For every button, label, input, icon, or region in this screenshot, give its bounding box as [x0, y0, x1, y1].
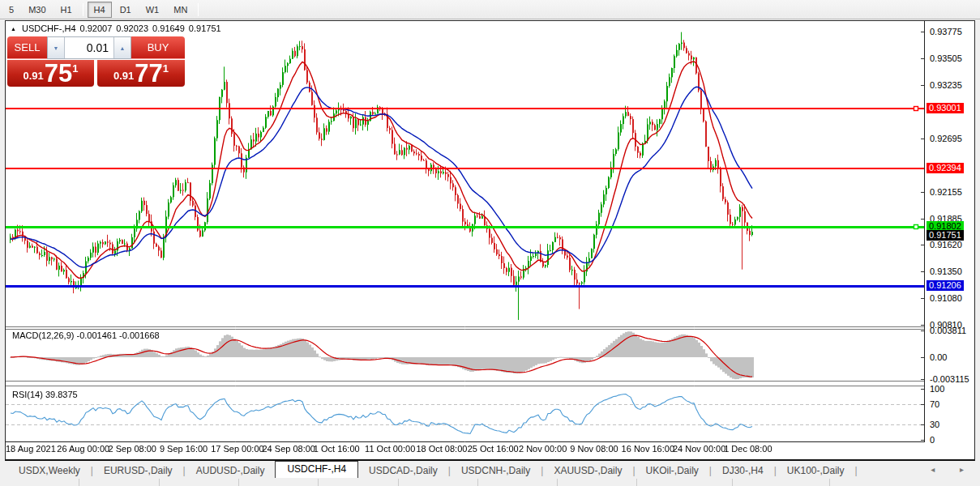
ohlc-low: 0.91649 [152, 23, 185, 33]
ohlc-close: 0.91751 [189, 23, 221, 33]
volume-stepper: ▼ 0.01 ▲ [47, 36, 131, 59]
time-tick-label: 9 Nov 08:00 [570, 444, 618, 454]
rsi-tick-label: 30 [930, 420, 939, 429]
time-tick-label: 25 Oct 16:00 [468, 444, 519, 454]
tab-ukoil-daily[interactable]: UKOil-,Daily [636, 463, 709, 478]
price-tick-label: 0.91080 [930, 293, 962, 303]
rsi-tick-label: 0 [930, 435, 935, 445]
price-tick-label: 0.92695 [930, 134, 962, 143]
status-separator [732, 479, 733, 486]
tab-usdcad-daily[interactable]: USDCAD-,Daily [358, 463, 448, 478]
sell-button[interactable]: SELL [7, 36, 47, 59]
status-separator [557, 479, 558, 486]
price-level-badge[interactable]: 0.93001 [927, 103, 964, 113]
buy-price-big: 77 [135, 62, 162, 85]
chart-tab-bar: USDX,Weekly|EURUSD-,Daily|AUDUSD-,DailyU… [0, 462, 980, 479]
price-tick-label: 0.93775 [930, 27, 962, 36]
status-separator [238, 479, 239, 486]
rsi-tick-label: 70 [930, 399, 939, 409]
price-level-badge[interactable]: 0.92394 [927, 163, 964, 173]
collapse-icon[interactable]: ▲ [11, 26, 16, 32]
timeframe-button-h1[interactable]: H1 [54, 2, 79, 18]
sell-price-display[interactable]: 0.91 75 1 [7, 60, 94, 87]
timeframe-button-d1[interactable]: D1 [113, 2, 138, 18]
status-strip [0, 479, 980, 486]
sell-price-sup: 1 [72, 62, 78, 75]
price-tick-label: 0.92155 [930, 187, 962, 197]
ohlc-open: 0.92007 [80, 23, 113, 33]
status-separator [398, 479, 399, 486]
toolbar-separator [83, 3, 83, 16]
timeframe-button-5[interactable]: 5 [2, 2, 20, 18]
time-tick-label: 16 Nov 16:00 [622, 444, 674, 454]
tab-usdcnh-daily[interactable]: USDCNH-,Daily [451, 463, 541, 478]
macd-tick-label: 0.00 [930, 352, 947, 362]
time-tick-label: 2 Nov 00:00 [519, 444, 567, 454]
chart-title-bar: ▲ USDCHF-,H4 0.92007 0.92023 0.91649 0.9… [11, 23, 221, 33]
toolbar-separator [198, 3, 199, 16]
timeframe-button-h4[interactable]: H4 [88, 2, 112, 18]
price-tick-label: 0.93505 [930, 53, 962, 63]
status-separator [829, 479, 830, 486]
status-separator [636, 479, 637, 486]
tab-uk100-daily[interactable]: UK100-,Daily [777, 463, 855, 478]
buy-price-prefix: 0.91 [113, 70, 134, 82]
volume-input[interactable]: 0.01 [65, 37, 113, 58]
tab-dj30-h4[interactable]: DJ30-,H4 [712, 463, 774, 478]
tab-eurusd-daily[interactable]: EURUSD-,Daily [93, 463, 183, 478]
tab-xauusd-daily[interactable]: XAUUSD-,Daily [543, 463, 632, 478]
tab-scroll-arrows[interactable]: ◂ ▸ [931, 465, 975, 474]
tab-separator: | [855, 465, 858, 476]
status-separator [477, 479, 478, 486]
tab-audusd-daily[interactable]: AUDUSD-,Daily [186, 463, 276, 478]
time-tick-label: 1 Oct 16:00 [314, 444, 360, 454]
macd-tick-label: -0.003115 [930, 374, 969, 384]
sell-price-big: 75 [45, 62, 72, 85]
buy-price-sup: 1 [163, 62, 169, 75]
rsi-indicator-label: RSI(14) 39.8375 [12, 390, 78, 399]
price-tick-label: 0.91620 [930, 240, 962, 249]
rsi-tick-label: 100 [930, 384, 944, 394]
volume-decrease-icon[interactable]: ▼ [48, 37, 65, 58]
time-tick-label: 2 Sep 08:00 [109, 444, 156, 454]
timeframe-button-mn[interactable]: MN [167, 2, 194, 18]
status-separator [79, 479, 79, 486]
chart-symbol-title: USDCHF-,H4 [22, 23, 76, 33]
time-tick-label: 24 Nov 00:00 [673, 444, 725, 454]
volume-increase-icon[interactable]: ▲ [113, 37, 131, 58]
price-tick-label: 0.93235 [930, 80, 962, 90]
time-tick-label: 26 Aug 00:00 [57, 444, 109, 454]
current-price-badge: 0.91751 [927, 230, 964, 241]
time-tick-label: 1 Dec 08:00 [724, 444, 772, 454]
buy-price-display[interactable]: 0.91 77 1 [97, 60, 185, 87]
time-tick-label: 18 Aug 2021 [6, 444, 56, 454]
tab-usdchf-h4[interactable]: USDCHF-,H4 [275, 461, 358, 478]
price-tick-label: 0.91350 [930, 266, 962, 276]
status-separator [318, 479, 319, 486]
timeframe-button-w1[interactable]: W1 [139, 2, 166, 18]
timeframe-toolbar: 5M30H1H4D1W1MN [0, 0, 980, 19]
time-tick-label: 24 Sep 08:00 [263, 444, 315, 454]
sell-price-prefix: 0.91 [23, 70, 43, 82]
timeframe-button-m30[interactable]: M30 [22, 2, 52, 18]
macd-tick-label: 0.003811 [930, 326, 966, 335]
time-tick-label: 18 Oct 08:00 [416, 444, 467, 454]
time-tick-label: 9 Sep 16:00 [160, 444, 208, 454]
time-tick-label: 11 Oct 00:00 [365, 444, 415, 454]
chart-window: ▲ USDCHF-,H4 0.92007 0.92023 0.91649 0.9… [5, 20, 975, 461]
macd-indicator-label: MACD(12,26,9) -0.001461 -0.001668 [12, 330, 160, 340]
time-tick-label: 17 Sep 00:00 [211, 444, 263, 454]
status-separator [159, 479, 160, 486]
ohlc-high: 0.92023 [116, 23, 148, 33]
buy-button[interactable]: BUY [131, 36, 185, 59]
price-level-badge[interactable]: 0.91206 [927, 280, 964, 291]
tab-usdx-weekly[interactable]: USDX,Weekly [8, 463, 91, 478]
